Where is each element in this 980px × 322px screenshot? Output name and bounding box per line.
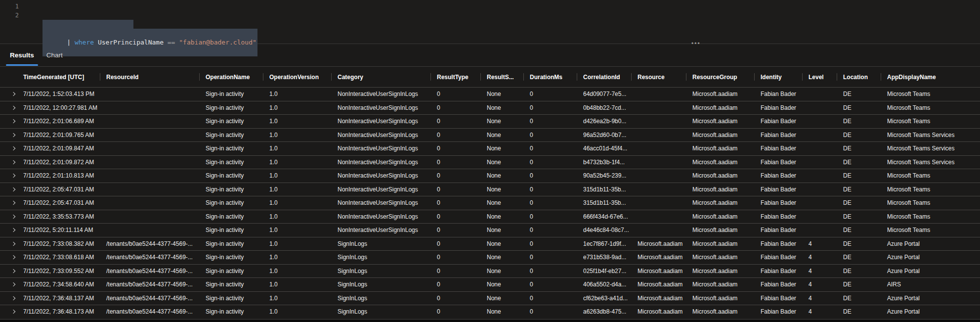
cell-resourceId: /tenants/b0ae5244-4377-4569-... <box>100 251 199 264</box>
column-header-durationMs[interactable]: DurationMs <box>523 67 577 87</box>
cell-operationName: Sign-in activity <box>199 251 263 264</box>
cell-resultType: 0 <box>430 115 480 128</box>
chevron-right-icon <box>11 228 15 232</box>
cell-resourceId: /tenants/b0ae5244-4377-4569-... <box>100 265 199 278</box>
column-header-correlationId[interactable]: CorrelationId <box>577 67 631 87</box>
row-expander[interactable] <box>0 142 20 155</box>
table-row[interactable]: 7/11/2022, 7:33:08.382 AM/tenants/b0ae52… <box>0 237 980 251</box>
column-header-resultSignature[interactable]: ResultS... <box>480 67 523 87</box>
column-header-resultType[interactable]: ResultType <box>430 67 480 87</box>
cell-resourceId: /tenants/b0ae5244-4377-4569-... <box>100 237 199 251</box>
table-row[interactable]: 7/11/2022, 2:01:09.765 AMSign-in activit… <box>0 128 980 142</box>
cell-operationVersion: 1.0 <box>263 265 331 278</box>
cell-level <box>802 129 837 142</box>
cell-category: SignInLogs <box>331 305 430 319</box>
query-editor[interactable]: 1 UnifiedSignInLogs 2 | where UserPrinci… <box>0 0 980 44</box>
cell-appDisplayName: AIRS <box>881 278 980 291</box>
table-row[interactable]: 7/11/2022, 7:33:09.552 AM/tenants/b0ae52… <box>0 264 980 278</box>
row-expander[interactable] <box>0 129 20 142</box>
table-row[interactable]: 7/11/2022, 2:05:47.031 AMSign-in activit… <box>0 196 980 210</box>
cell-category: SignInLogs <box>331 292 430 305</box>
cell-resultSignature: None <box>480 183 523 196</box>
cell-level <box>802 156 837 169</box>
row-expander[interactable] <box>0 265 20 278</box>
table-row[interactable]: 7/11/2022, 2:05:47.031 AMSign-in activit… <box>0 183 980 196</box>
cell-operationName: Sign-in activity <box>199 305 263 319</box>
row-expander[interactable] <box>0 101 20 115</box>
table-row[interactable]: 7/11/2022, 2:01:09.872 AMSign-in activit… <box>0 155 980 169</box>
row-expander[interactable] <box>0 224 20 237</box>
cell-durationMs: 0 <box>523 224 577 237</box>
table-row[interactable]: 7/11/2022, 7:36:48.137 AM/tenants/b0ae52… <box>0 291 980 305</box>
row-expander[interactable] <box>0 183 20 196</box>
cell-correlationId: 0b48bb22-7cd... <box>577 101 631 115</box>
cell-resultType: 0 <box>430 129 480 142</box>
tab-chart[interactable]: Chart <box>46 44 63 66</box>
table-row[interactable]: 7/11/2022, 1:52:03.413 PMSign-in activit… <box>0 87 980 101</box>
column-header-resourceGroup[interactable]: ResourceGroup <box>686 67 754 87</box>
table-row[interactable]: 7/11/2022, 2:01:09.847 AMSign-in activit… <box>0 141 980 155</box>
tab-results[interactable]: Results <box>10 44 34 66</box>
table-row[interactable]: 7/11/2022, 12:00:27.981 AMSign-in activi… <box>0 101 980 115</box>
cell-identity: Fabian Bader <box>754 129 802 142</box>
row-expander[interactable] <box>0 88 20 101</box>
cell-resourceGroup: Microsoft.aadiam <box>686 224 754 237</box>
cell-correlationId: 90a52b45-239... <box>577 169 631 183</box>
column-header-operationVersion[interactable]: OperationVersion <box>263 67 331 87</box>
cell-location: DE <box>837 278 881 291</box>
cell-category: NonInteractiveUserSignInLogs <box>331 129 430 142</box>
cell-operationVersion: 1.0 <box>263 224 331 237</box>
cell-operationName: Sign-in activity <box>199 88 263 101</box>
row-expander[interactable] <box>0 292 20 305</box>
cell-appDisplayName: Microsoft Teams <box>881 101 980 115</box>
table-row[interactable]: 7/11/2022, 2:01:06.689 AMSign-in activit… <box>0 114 980 128</box>
cell-time: 7/11/2022, 2:01:09.872 AM <box>20 156 100 169</box>
row-expander[interactable] <box>0 115 20 128</box>
row-expander[interactable] <box>0 156 20 169</box>
row-expander[interactable] <box>0 251 20 264</box>
cell-resource <box>631 196 686 210</box>
cell-level: 4 <box>802 251 837 264</box>
cell-correlationId: 666f434d-67e6... <box>577 210 631 224</box>
cell-resource <box>631 169 686 183</box>
column-header-location[interactable]: Location <box>837 67 881 87</box>
cell-operationName: Sign-in activity <box>199 196 263 210</box>
column-header-time[interactable]: TimeGenerated [UTC] <box>20 67 100 87</box>
row-expander[interactable] <box>0 196 20 210</box>
column-header-appDisplayName[interactable]: AppDisplayName <box>881 67 980 87</box>
column-header-resource[interactable]: Resource <box>631 67 686 87</box>
cell-resource: Microsoft.aadiam <box>631 237 686 251</box>
cell-durationMs: 0 <box>523 88 577 101</box>
table-row[interactable]: 7/11/2022, 3:35:53.773 AMSign-in activit… <box>0 210 980 224</box>
column-header-level[interactable]: Level <box>802 67 837 87</box>
row-expander[interactable] <box>0 210 20 224</box>
cell-correlationId: 1ec7f867-1d9f... <box>577 237 631 251</box>
row-expander[interactable] <box>0 305 20 319</box>
cell-durationMs: 0 <box>523 265 577 278</box>
cell-durationMs: 0 <box>523 156 577 169</box>
cell-time: 7/11/2022, 2:01:09.847 AM <box>20 142 100 155</box>
cell-location: DE <box>837 129 881 142</box>
table-row[interactable]: 7/11/2022, 7:36:48.173 AM/tenants/b0ae52… <box>0 305 980 319</box>
query-line[interactable]: 2 | where UserPrincipalName == "fabian@b… <box>0 11 980 20</box>
pane-splitter-handle[interactable]: ••• <box>691 40 701 47</box>
column-header-category[interactable]: Category <box>331 67 430 87</box>
cell-category: SignInLogs <box>331 265 430 278</box>
cell-resultSignature: None <box>480 237 523 251</box>
row-expander[interactable] <box>0 278 20 291</box>
cell-resultSignature: None <box>480 156 523 169</box>
row-expander[interactable] <box>0 169 20 183</box>
query-line[interactable]: 1 UnifiedSignInLogs <box>0 2 980 11</box>
cell-category: NonInteractiveUserSignInLogs <box>331 183 430 196</box>
column-header-operationName[interactable]: OperationName <box>199 67 263 87</box>
table-row[interactable]: 7/11/2022, 5:20:11.114 AMSign-in activit… <box>0 223 980 237</box>
table-row[interactable]: 7/11/2022, 7:34:58.640 AM/tenants/b0ae52… <box>0 277 980 291</box>
cell-correlationId: cf62be63-a41d... <box>577 292 631 305</box>
table-row[interactable]: 7/11/2022, 2:01:10.813 AMSign-in activit… <box>0 169 980 183</box>
cell-location: DE <box>837 292 881 305</box>
row-expander[interactable] <box>0 237 20 251</box>
column-header-identity[interactable]: Identity <box>754 67 802 87</box>
column-header-resourceId[interactable]: ResourceId <box>100 67 199 87</box>
cell-appDisplayName: Microsoft Teams <box>881 169 980 183</box>
table-row[interactable]: 7/11/2022, 7:33:08.618 AM/tenants/b0ae52… <box>0 250 980 264</box>
